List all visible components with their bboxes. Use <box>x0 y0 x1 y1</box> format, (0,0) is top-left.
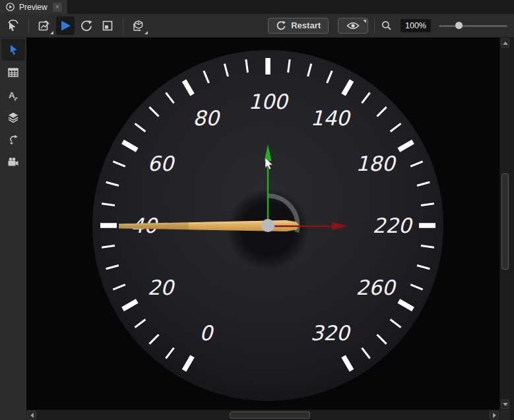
edit-transform-tool[interactable] <box>35 16 53 35</box>
sidebar-item-camera-view[interactable] <box>1 151 25 173</box>
rotate-icon <box>79 18 94 33</box>
gauge-label: 260 <box>356 276 396 299</box>
cursor-arc-icon <box>6 18 20 33</box>
transform-icon <box>37 18 51 33</box>
zoom-slider[interactable] <box>439 19 507 32</box>
gauge-label: 20 <box>147 276 175 299</box>
play-triangle-icon <box>58 18 73 33</box>
connection-arrow-icon <box>7 133 20 146</box>
sidebar-item-layers-view[interactable] <box>1 106 25 128</box>
gauge-label: 180 <box>356 152 396 175</box>
gizmo-center-handle <box>261 219 274 232</box>
h-scrollbar-thumb[interactable] <box>230 411 310 419</box>
toolbar-divider <box>374 18 375 34</box>
vertical-scrollbar[interactable] <box>499 38 510 409</box>
scrollbar-corner <box>499 409 510 420</box>
toolbar: Restart 100% <box>0 14 514 38</box>
play-circle-icon <box>5 2 15 12</box>
dropdown-indicator-icon <box>50 31 53 34</box>
scrollbar-column <box>499 38 510 420</box>
v-scrollbar-thumb[interactable] <box>501 173 509 270</box>
table-icon <box>7 66 20 79</box>
triangle-right-icon <box>493 413 496 418</box>
tab-preview[interactable]: Preview × <box>0 0 67 14</box>
restart-label: Restart <box>291 20 321 30</box>
sidebar-item-table-view[interactable] <box>1 61 25 83</box>
sidebar-item-select-tool[interactable] <box>1 39 25 61</box>
left-sidebar: A <box>0 38 26 420</box>
gauge-label: 100 <box>248 90 288 113</box>
gauge-container: 020406080100140180220260320 <box>26 38 499 409</box>
refresh-icon <box>276 20 286 31</box>
cursor-icon <box>7 44 20 57</box>
zoom-slider-handle[interactable] <box>455 22 463 29</box>
gauge-label: 80 <box>193 106 220 130</box>
toolbar-divider <box>28 18 29 34</box>
text-a-icon: A <box>7 88 20 102</box>
zoom-slider-track[interactable] <box>439 25 507 27</box>
viewport-column: 020406080100140180220260320 <box>26 38 499 420</box>
scale-icon <box>100 18 115 33</box>
3d-viewport[interactable]: 020406080100140180220260320 <box>26 38 499 409</box>
zoom-level-value: 100% <box>401 19 431 32</box>
triangle-down-icon <box>503 403 508 406</box>
eye-icon <box>346 21 360 30</box>
horizontal-scrollbar[interactable] <box>26 409 499 420</box>
layers-icon <box>7 111 20 124</box>
dropdown-indicator-icon <box>363 20 366 23</box>
scroll-right-button[interactable] <box>490 411 499 419</box>
triangle-up-icon <box>503 42 508 45</box>
gauge-label: 220 <box>372 214 412 237</box>
tab-title: Preview <box>19 3 48 12</box>
tab-bar: Preview × <box>0 0 514 14</box>
triangle-left-icon <box>30 413 34 418</box>
magnifier-icon <box>381 20 393 32</box>
scroll-down-button[interactable] <box>501 400 509 409</box>
sidebar-item-connections-view[interactable] <box>1 129 25 150</box>
scale-tool[interactable] <box>98 16 117 35</box>
cube-axes-icon <box>131 18 146 33</box>
visibility-button[interactable] <box>338 18 368 34</box>
main-body: A <box>0 38 514 420</box>
camera-icon <box>7 156 20 169</box>
svg-text:A: A <box>9 90 15 100</box>
right-gutter <box>510 38 514 420</box>
dropdown-indicator-icon <box>145 31 148 34</box>
scroll-left-button[interactable] <box>27 411 36 419</box>
sidebar-item-text-tool[interactable]: A <box>1 84 25 105</box>
toolbar-divider <box>123 18 123 34</box>
scroll-up-button[interactable] <box>501 38 509 47</box>
perspective-camera-tool[interactable] <box>129 16 148 35</box>
tab-close-icon[interactable]: × <box>53 3 62 12</box>
selection-history-tool[interactable] <box>4 16 22 35</box>
gauge-label: 140 <box>310 106 350 130</box>
preview-window: Preview × <box>0 0 514 420</box>
gauge-label: 0 <box>199 321 214 345</box>
restart-button[interactable]: Restart <box>268 18 329 34</box>
rotate-tool[interactable] <box>77 16 96 35</box>
play-mode-tool[interactable] <box>56 16 75 35</box>
gauge-label: 320 <box>310 321 350 345</box>
gauge-label: 60 <box>147 152 175 175</box>
